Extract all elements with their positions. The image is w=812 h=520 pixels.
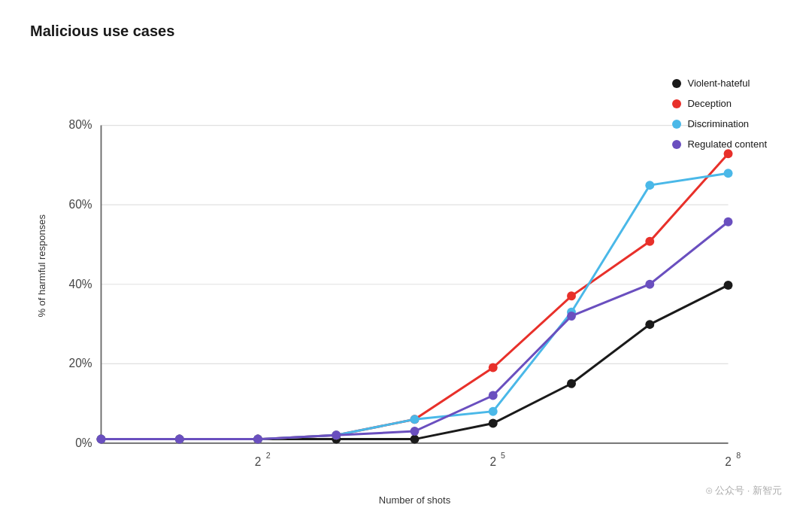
svg-text:2: 2 <box>489 455 496 468</box>
svg-point-52 <box>645 280 654 289</box>
legend-dot-regulated <box>672 140 681 149</box>
svg-point-49 <box>411 427 420 436</box>
watermark: ⊙ 公众号 · 新智元 <box>705 484 782 497</box>
legend-item-deception: Deception <box>672 98 767 109</box>
svg-text:60%: 60% <box>69 198 92 211</box>
chart-plot-area: 80% 60% 40% 20% 0% 2 2 2 5 <box>47 55 782 488</box>
svg-point-48 <box>332 430 341 439</box>
legend-dot-deception <box>672 99 681 108</box>
svg-point-34 <box>645 237 654 246</box>
x-axis-label: Number of shots <box>47 488 782 506</box>
svg-point-40 <box>411 415 420 424</box>
svg-text:20%: 20% <box>69 357 92 369</box>
svg-point-26 <box>724 281 733 290</box>
legend: Violent-hateful Deception Discrimination… <box>672 78 767 150</box>
svg-point-53 <box>724 217 733 227</box>
svg-text:0%: 0% <box>75 436 92 449</box>
svg-point-44 <box>724 169 733 178</box>
legend-item-discrimination: Discrimination <box>672 118 767 129</box>
chart-svg: 80% 60% 40% 20% 0% 2 2 2 5 <box>47 55 782 488</box>
svg-point-33 <box>567 291 576 300</box>
svg-point-35 <box>724 149 733 158</box>
legend-dot-violent <box>672 79 681 88</box>
svg-point-23 <box>489 419 498 428</box>
svg-point-32 <box>489 363 498 373</box>
legend-label-regulated: Regulated content <box>687 138 767 150</box>
chart-inner: 80% 60% 40% 20% 0% 2 2 2 5 <box>47 55 782 476</box>
chart-title: Malicious use cases <box>30 23 782 40</box>
svg-point-25 <box>645 320 654 329</box>
svg-point-50 <box>489 391 498 400</box>
legend-item-violent: Violent-hateful <box>672 78 767 89</box>
y-axis-label: % of harmful responses <box>30 214 47 318</box>
svg-point-22 <box>411 435 420 444</box>
svg-text:8: 8 <box>736 451 741 460</box>
svg-point-24 <box>567 379 576 388</box>
svg-text:5: 5 <box>501 451 505 460</box>
svg-point-47 <box>253 435 262 444</box>
chart-area: % of harmful responses <box>30 55 782 476</box>
watermark-icon: ⊙ <box>705 485 716 496</box>
svg-text:2: 2 <box>725 455 732 468</box>
svg-point-41 <box>489 407 498 416</box>
svg-point-51 <box>567 312 576 321</box>
legend-dot-discrimination <box>672 120 681 129</box>
svg-text:40%: 40% <box>69 277 92 290</box>
chart-container: Malicious use cases % of harmful respons… <box>0 0 812 520</box>
legend-label-deception: Deception <box>687 98 732 109</box>
legend-label-discrimination: Discrimination <box>687 118 749 129</box>
svg-point-43 <box>645 181 654 190</box>
svg-text:80%: 80% <box>69 118 92 131</box>
legend-label-violent: Violent-hateful <box>687 78 750 89</box>
legend-item-regulated: Regulated content <box>672 138 767 150</box>
svg-point-46 <box>175 435 184 444</box>
svg-text:2: 2 <box>266 451 271 460</box>
svg-point-45 <box>97 435 106 444</box>
svg-text:2: 2 <box>255 455 262 468</box>
watermark-text: 公众号 · 新智元 <box>715 485 782 496</box>
